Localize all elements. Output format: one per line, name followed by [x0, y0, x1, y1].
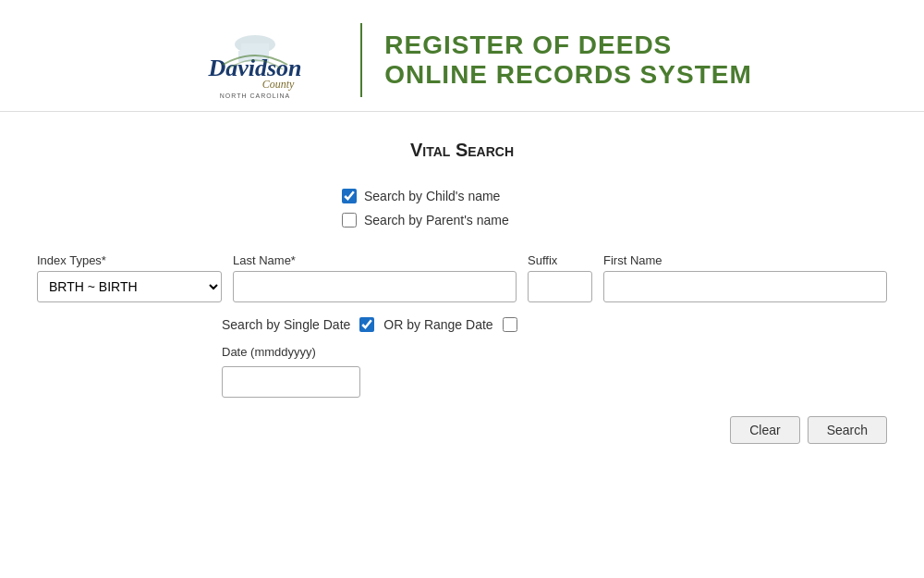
first-name-group: First Name	[603, 253, 887, 302]
range-date-label: OR by Range Date	[383, 317, 492, 332]
date-input[interactable]	[222, 366, 360, 398]
page-title: Vital Search	[37, 140, 887, 161]
first-name-input[interactable]	[603, 271, 887, 302]
child-name-row: Search by Child's name	[342, 189, 582, 203]
index-types-group: Index Types* BRTH ~ BIRTH	[37, 253, 222, 302]
last-name-label: Last Name*	[233, 253, 517, 267]
range-date-checkbox[interactable]	[503, 317, 517, 332]
parent-name-label: Search by Parent's name	[364, 213, 509, 228]
last-name-group: Last Name*	[233, 253, 517, 302]
register-line1: REGISTER OF DEEDS	[384, 31, 751, 60]
header-divider	[360, 23, 362, 97]
davidson-logo: Davidson County NORTH CAROLINA	[172, 18, 338, 102]
header: Davidson County NORTH CAROLINA REGISTER …	[0, 0, 924, 112]
suffix-group: Suffix	[528, 253, 592, 302]
svg-text:NORTH CAROLINA: NORTH CAROLINA	[220, 92, 291, 99]
date-row: Date (mmddyyyy)	[222, 345, 887, 398]
actions-row: Clear Search	[37, 416, 887, 444]
child-name-label: Search by Child's name	[364, 189, 500, 203]
logo-area: Davidson County NORTH CAROLINA REGISTER …	[172, 18, 751, 102]
child-name-checkbox[interactable]	[342, 189, 357, 203]
parent-name-row: Search by Parent's name	[342, 213, 582, 228]
main-form-row: Index Types* BRTH ~ BIRTH Last Name* Suf…	[37, 253, 887, 302]
search-button[interactable]: Search	[808, 416, 887, 444]
parent-name-checkbox[interactable]	[342, 213, 357, 228]
register-title: REGISTER OF DEEDS ONLINE RECORDS SYSTEM	[384, 31, 751, 90]
single-date-checkbox[interactable]	[359, 317, 374, 332]
date-label: Date (mmddyyyy)	[222, 345, 360, 359]
svg-text:County: County	[262, 78, 295, 91]
date-group: Date (mmddyyyy)	[222, 345, 360, 398]
search-options: Search by Child's name Search by Parent'…	[37, 189, 887, 228]
suffix-label: Suffix	[528, 253, 592, 267]
single-date-label: Search by Single Date	[222, 317, 350, 332]
index-types-label: Index Types*	[37, 253, 222, 267]
clear-button[interactable]: Clear	[730, 416, 799, 444]
suffix-input[interactable]	[528, 271, 592, 302]
register-line2: ONLINE RECORDS SYSTEM	[384, 60, 751, 90]
index-types-select[interactable]: BRTH ~ BIRTH	[37, 271, 222, 302]
last-name-input[interactable]	[233, 271, 517, 302]
first-name-label: First Name	[603, 253, 887, 267]
date-options-row: Search by Single Date OR by Range Date	[222, 317, 887, 332]
main-content: Vital Search Search by Child's name Sear…	[0, 112, 924, 462]
